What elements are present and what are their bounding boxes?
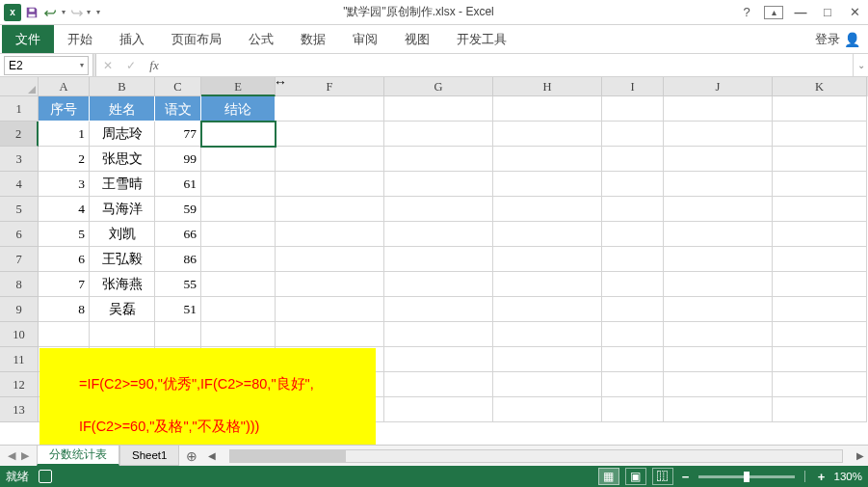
cell[interactable] xyxy=(493,96,602,122)
cell[interactable] xyxy=(384,122,493,147)
cell[interactable] xyxy=(773,122,867,147)
ribbon-tab-view[interactable]: 视图 xyxy=(391,25,443,53)
cell[interactable] xyxy=(773,197,867,222)
cell[interactable] xyxy=(384,96,493,122)
cell[interactable] xyxy=(276,197,384,222)
cell[interactable] xyxy=(276,272,384,297)
name-box[interactable]: E2 ▾ xyxy=(4,56,89,75)
cell[interactable]: 55 xyxy=(155,272,201,297)
scroll-track[interactable] xyxy=(229,449,843,463)
cell[interactable]: 刘凯 xyxy=(90,222,155,247)
redo-icon[interactable] xyxy=(67,4,85,21)
formula-input[interactable] xyxy=(166,54,853,76)
col-header-j[interactable]: J xyxy=(664,77,773,96)
maximize-icon[interactable]: □ xyxy=(818,5,837,19)
sheet-tab-other[interactable]: Sheet1 xyxy=(119,446,179,466)
horizontal-scrollbar[interactable]: ◀ ▶ xyxy=(204,446,868,466)
cell[interactable] xyxy=(90,322,155,347)
cell[interactable] xyxy=(664,372,773,397)
cell[interactable] xyxy=(384,222,493,247)
sheet-tab-active[interactable]: 分数统计表 xyxy=(37,446,119,466)
col-header-c[interactable]: C xyxy=(155,77,201,96)
minimize-icon[interactable]: — xyxy=(791,5,810,19)
cell[interactable] xyxy=(664,172,773,197)
sheet-prev-icon[interactable]: ◀ xyxy=(8,449,15,462)
undo-icon[interactable] xyxy=(42,4,60,21)
cell[interactable]: 99 xyxy=(155,147,201,172)
cell[interactable] xyxy=(493,197,602,222)
cell[interactable]: 3 xyxy=(39,172,90,197)
cell-header[interactable]: 语文 xyxy=(155,96,201,122)
cell[interactable] xyxy=(664,222,773,247)
sheet-next-icon[interactable]: ▶ xyxy=(21,449,29,462)
cell[interactable]: 66 xyxy=(155,222,201,247)
cell[interactable] xyxy=(773,147,867,172)
cell[interactable] xyxy=(493,372,602,397)
cell[interactable]: 2 xyxy=(39,147,90,172)
scroll-right-icon[interactable]: ▶ xyxy=(856,450,864,461)
row-header[interactable]: 11 xyxy=(0,347,39,372)
cell[interactable]: 59 xyxy=(155,197,201,222)
col-header-g[interactable]: G xyxy=(384,77,493,96)
cell[interactable] xyxy=(602,397,664,422)
cell[interactable]: 吴磊 xyxy=(90,297,155,322)
zoom-out-icon[interactable]: − xyxy=(679,470,693,484)
cell[interactable] xyxy=(384,197,493,222)
row-header[interactable]: 7 xyxy=(0,247,39,272)
cell[interactable]: 77 xyxy=(155,122,201,147)
cell[interactable] xyxy=(602,347,664,372)
cell[interactable] xyxy=(493,272,602,297)
cell[interactable] xyxy=(602,122,664,147)
fx-icon[interactable]: fx xyxy=(143,58,166,73)
cell[interactable] xyxy=(493,297,602,322)
view-page-layout-icon[interactable]: ▣ xyxy=(625,468,646,485)
cell[interactable] xyxy=(602,222,664,247)
row-header[interactable]: 5 xyxy=(0,197,39,222)
cell[interactable]: 张海燕 xyxy=(90,272,155,297)
ribbon-tab-data[interactable]: 数据 xyxy=(287,25,339,53)
undo-dropdown-icon[interactable]: ▾ xyxy=(62,8,66,16)
cell[interactable] xyxy=(384,172,493,197)
cell[interactable] xyxy=(276,322,384,347)
col-header-b[interactable]: B xyxy=(90,77,155,96)
cell[interactable] xyxy=(155,322,201,347)
row-header[interactable]: 3 xyxy=(0,147,39,172)
cell[interactable]: 马海洋 xyxy=(90,197,155,222)
cell[interactable]: 5 xyxy=(39,222,90,247)
cell[interactable] xyxy=(773,96,867,122)
cell[interactable] xyxy=(773,347,867,372)
row-header[interactable]: 10 xyxy=(0,322,39,347)
cell[interactable] xyxy=(201,322,276,347)
cell[interactable] xyxy=(276,247,384,272)
row-header[interactable]: 8 xyxy=(0,272,39,297)
cell[interactable] xyxy=(664,397,773,422)
active-cell[interactable] xyxy=(201,122,276,147)
cell[interactable]: 张思文 xyxy=(90,147,155,172)
cell[interactable]: 61 xyxy=(155,172,201,197)
cell[interactable] xyxy=(384,247,493,272)
signin-area[interactable]: 登录 👤 xyxy=(815,25,868,53)
save-icon[interactable] xyxy=(23,4,40,21)
cell[interactable] xyxy=(493,347,602,372)
cell[interactable] xyxy=(201,222,276,247)
cell[interactable] xyxy=(384,322,493,347)
view-normal-icon[interactable]: ▦ xyxy=(598,468,619,485)
cell[interactable]: 王弘毅 xyxy=(90,247,155,272)
ribbon-tab-file[interactable]: 文件 xyxy=(2,25,54,53)
zoom-slider[interactable] xyxy=(698,475,795,478)
cell-header[interactable]: 结论 xyxy=(201,96,276,122)
cell[interactable] xyxy=(493,222,602,247)
help-icon[interactable]: ? xyxy=(737,5,756,19)
col-header-h[interactable]: H xyxy=(493,77,602,96)
cell[interactable] xyxy=(664,197,773,222)
cell[interactable] xyxy=(664,347,773,372)
cell[interactable]: 王雪晴 xyxy=(90,172,155,197)
cell[interactable] xyxy=(773,272,867,297)
cell[interactable] xyxy=(493,172,602,197)
cell[interactable] xyxy=(384,347,493,372)
row-header[interactable]: 12 xyxy=(0,372,39,397)
cell[interactable] xyxy=(276,96,384,122)
cell[interactable] xyxy=(602,172,664,197)
cell[interactable] xyxy=(276,222,384,247)
sheet-add-icon[interactable]: ⊕ xyxy=(179,446,204,466)
